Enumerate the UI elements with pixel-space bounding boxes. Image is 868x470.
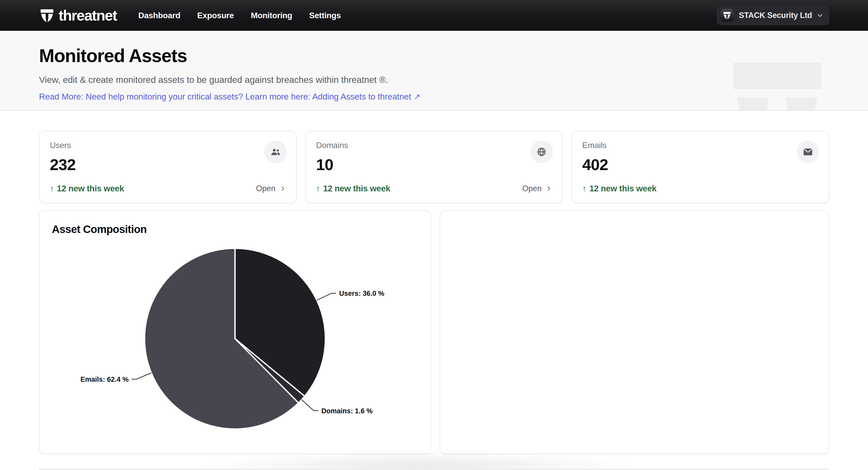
pie-leader-line <box>302 400 318 411</box>
arrow-up-icon: ↑ <box>316 184 320 194</box>
stat-footer: ↑ 12 new this week <box>582 184 818 194</box>
stat-label: Domains <box>316 141 552 150</box>
users-icon <box>264 141 287 163</box>
empty-card <box>440 210 829 454</box>
page-header: Monitored Assets View, edit & create mon… <box>0 31 868 111</box>
open-label: Open <box>522 184 541 193</box>
pie-label-users: Users: 36.0 % <box>339 290 384 297</box>
stat-delta-text: 12 new this week <box>57 184 124 194</box>
stat-value: 232 <box>50 156 286 173</box>
chevron-down-icon <box>817 12 823 19</box>
chevron-right-icon <box>280 186 286 192</box>
stat-card-emails: Emails 402 ↑ 12 new this week <box>571 131 829 203</box>
pie-label-emails: Emails: 62.4 % <box>81 376 129 383</box>
asset-composition-card: Asset Composition Users: 36.0 %Domains: … <box>39 210 431 454</box>
open-domains-link[interactable]: Open <box>522 184 552 193</box>
brand-name: threatnet <box>59 8 117 23</box>
external-link-icon: ↗ <box>414 93 420 101</box>
topbar: threatnet Dashboard Exposure Monitoring … <box>0 0 868 31</box>
arrow-up-icon: ↑ <box>582 184 586 194</box>
below-fold-shadow <box>39 454 829 470</box>
globe-icon <box>530 141 553 163</box>
open-label: Open <box>256 184 276 193</box>
read-more-link[interactable]: Read More: Need help monitoring your cri… <box>39 92 420 102</box>
nav-dashboard[interactable]: Dashboard <box>138 11 181 20</box>
mail-icon <box>797 141 819 163</box>
stat-label: Users <box>50 141 286 150</box>
stat-value: 402 <box>582 156 818 173</box>
stat-value: 10 <box>316 156 552 173</box>
threatnet-logo-icon <box>40 8 54 22</box>
nav-exposure[interactable]: Exposure <box>197 11 234 20</box>
main-nav: Dashboard Exposure Monitoring Settings <box>138 11 341 20</box>
read-more-text: Read More: Need help monitoring your cri… <box>39 92 411 102</box>
stat-footer: ↑ 12 new this week Open <box>316 184 552 194</box>
chevron-right-icon <box>546 186 552 192</box>
stat-card-domains: Domains 10 ↑ 12 new this week Open <box>305 131 563 203</box>
pie-leader-line <box>132 373 152 379</box>
stat-delta: ↑ 12 new this week <box>582 184 656 194</box>
pie-leader-line <box>317 293 336 300</box>
stat-footer: ↑ 12 new this week Open <box>50 184 286 194</box>
chart-title: Asset Composition <box>52 223 418 236</box>
stat-delta: ↑ 12 new this week <box>316 184 390 194</box>
stat-card-users: Users 232 ↑ 12 new this week Open <box>39 131 297 203</box>
arrow-up-icon: ↑ <box>50 184 54 194</box>
app-root: threatnet Dashboard Exposure Monitoring … <box>0 0 868 470</box>
stat-delta: ↑ 12 new this week <box>50 184 124 194</box>
brand[interactable]: threatnet <box>40 8 117 23</box>
page-description: View, edit & create monitored assets to … <box>39 74 829 85</box>
open-users-link[interactable]: Open <box>256 184 286 193</box>
page-title: Monitored Assets <box>39 46 829 66</box>
stat-label: Emails <box>582 141 818 150</box>
org-logo-icon <box>720 9 734 22</box>
org-switcher[interactable]: STACK Security Ltd <box>717 6 830 25</box>
stat-cards-row: Users 232 ↑ 12 new this week Open <box>39 131 829 203</box>
org-name: STACK Security Ltd <box>739 11 812 20</box>
stat-delta-text: 12 new this week <box>589 184 656 194</box>
pie-label-domains: Domains: 1.6 % <box>321 407 373 415</box>
nav-settings[interactable]: Settings <box>309 11 341 20</box>
next-section-edge <box>39 468 829 470</box>
nav-monitoring[interactable]: Monitoring <box>251 11 292 20</box>
charts-row: Asset Composition Users: 36.0 %Domains: … <box>39 210 829 454</box>
stat-delta-text: 12 new this week <box>323 184 390 194</box>
main-content: Users 232 ↑ 12 new this week Open <box>0 131 868 470</box>
asset-composition-pie: Users: 36.0 %Domains: 1.6 %Emails: 62.4 … <box>52 240 418 452</box>
